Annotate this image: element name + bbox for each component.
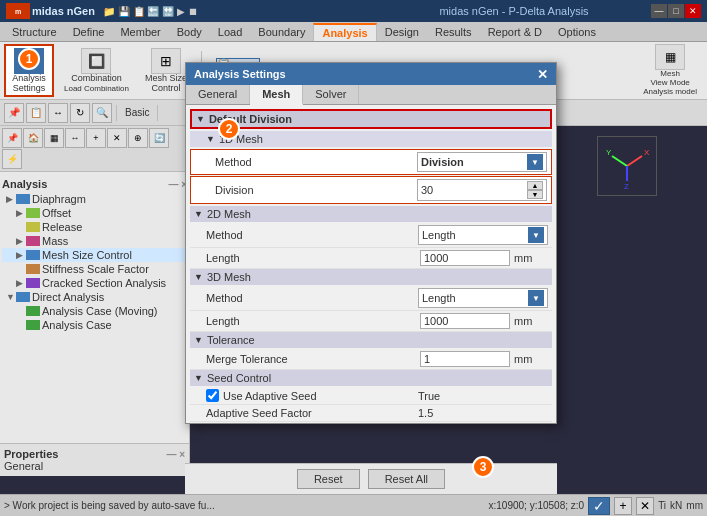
2d-length-input[interactable]: 1000	[420, 250, 510, 266]
2d-method-dropdown[interactable]: Length ▼	[418, 225, 548, 245]
division-value: 30	[421, 184, 433, 196]
merge-tolerance-label: Merge Tolerance	[206, 353, 420, 365]
svg-line-0	[627, 156, 642, 166]
tree-item-mass[interactable]: ▶ Mass	[2, 234, 187, 248]
close-button[interactable]: ✕	[685, 4, 701, 18]
modal-tab-mesh[interactable]: Mesh	[250, 85, 303, 105]
tree-item-offset[interactable]: ▶ Offset	[2, 206, 187, 220]
3d-length-value: 1000	[424, 315, 448, 327]
division-label: Division	[215, 184, 417, 196]
left-toolbar-btn1[interactable]: 📌	[2, 128, 22, 148]
merge-tolerance-input[interactable]: 1	[420, 351, 510, 367]
modal-close-button[interactable]: ✕	[537, 67, 548, 82]
mesh-view-label: MeshView ModeAnalysis model	[643, 70, 697, 96]
mesh-size-label: Mesh SizeControl	[145, 74, 187, 94]
left-toolbar-btn4[interactable]: ↔	[65, 128, 85, 148]
check-button[interactable]: ✓	[588, 497, 610, 515]
status-text: > Work project is being saved by auto-sa…	[4, 500, 485, 511]
3d-length-label: Length	[206, 315, 420, 327]
section-expand-icon: ▼	[196, 114, 205, 124]
toolbar-rotate-button[interactable]: ↻	[70, 103, 90, 123]
section-3d-mesh[interactable]: ▼ 3D Mesh	[190, 269, 552, 285]
tab-member[interactable]: Member	[112, 23, 168, 41]
combination-button[interactable]: 🔲 CombinationLoad Combination	[58, 46, 135, 96]
maximize-button[interactable]: □	[668, 4, 684, 18]
tab-boundary[interactable]: Boundary	[250, 23, 313, 41]
method-1d-dropdown-button[interactable]: ▼	[527, 154, 543, 170]
section-tolerance[interactable]: ▼ Tolerance	[190, 332, 552, 348]
3d-method-dropdown-button[interactable]: ▼	[528, 290, 544, 306]
section-seed-control[interactable]: ▼ Seed Control	[190, 370, 552, 386]
tab-body[interactable]: Body	[169, 23, 210, 41]
section-default-division[interactable]: ▼ Default Division	[190, 109, 552, 129]
3d-length-input[interactable]: 1000	[420, 313, 510, 329]
left-toolbar-btn8[interactable]: 🔄	[149, 128, 169, 148]
coords-display: x:10900; y:10508; z:0	[489, 500, 585, 511]
left-toolbar-btn5[interactable]: +	[86, 128, 106, 148]
properties-general: General	[4, 460, 185, 472]
toolbar-zoom-button[interactable]: 🔍	[92, 103, 112, 123]
3d-method-dropdown[interactable]: Length ▼	[418, 288, 548, 308]
use-adaptive-seed-checkbox[interactable]	[206, 389, 219, 402]
mesh-view-button[interactable]: ▦ MeshView ModeAnalysis model	[637, 42, 703, 98]
2d-length-value: 1000	[424, 252, 448, 264]
combination-label: CombinationLoad Combination	[64, 74, 129, 94]
tab-options[interactable]: Options	[550, 23, 604, 41]
app-name: midas nGen	[32, 5, 95, 17]
toolbar-move-button[interactable]: ↔	[48, 103, 68, 123]
division-down-button[interactable]: ▼	[527, 190, 543, 199]
axis-indicator: X Y Z	[597, 136, 657, 196]
adaptive-seed-factor-value: 1.5	[418, 407, 548, 419]
left-toolbar-btn7[interactable]: ⊕	[128, 128, 148, 148]
division-spinner[interactable]: 30 ▲ ▼	[417, 179, 547, 201]
left-toolbar-btn3[interactable]: ▦	[44, 128, 64, 148]
toolbar-copy-button[interactable]: 📋	[26, 103, 46, 123]
tab-analysis[interactable]: Analysis	[313, 23, 376, 41]
tab-define[interactable]: Define	[65, 23, 113, 41]
tab-results[interactable]: Results	[427, 23, 480, 41]
tree-item-analysis-moving[interactable]: Analysis Case (Moving)	[2, 304, 187, 318]
left-toolbar-btn2[interactable]: 🏠	[23, 128, 43, 148]
reset-button[interactable]: Reset	[297, 469, 360, 489]
method-1d-dropdown[interactable]: Division ▼	[417, 152, 547, 172]
toolbar-pin-button[interactable]: 📌	[4, 103, 24, 123]
row-use-adaptive-seed: Use Adaptive Seed True	[190, 387, 552, 405]
annotation-1: 1	[18, 48, 40, 70]
tree-item-direct[interactable]: ▼ Direct Analysis	[2, 290, 187, 304]
tree-item-diaphragm[interactable]: ▶ Diaphragm	[2, 192, 187, 206]
tree-item-release[interactable]: Release	[2, 220, 187, 234]
tree-item-mesh-size[interactable]: ▶ Mesh Size Control	[2, 248, 187, 262]
adaptive-seed-factor-label: Adaptive Seed Factor	[206, 407, 418, 419]
merge-tolerance-value: 1	[424, 353, 430, 365]
left-toolbar-btn6[interactable]: ✕	[107, 128, 127, 148]
tree-item-stiffness[interactable]: Stiffness Scale Factor	[2, 262, 187, 276]
properties-pin[interactable]: — ×	[166, 449, 185, 460]
plus-button[interactable]: +	[614, 497, 632, 515]
row-merge-tolerance: Merge Tolerance 1 mm	[190, 349, 552, 370]
tab-structure[interactable]: Structure	[4, 23, 65, 41]
analysis-settings-label: AnalysisSettings	[12, 74, 46, 94]
row-3d-method: Method Length ▼	[190, 286, 552, 311]
method-1d-label: Method	[215, 156, 417, 168]
modal-tab-bar: General Mesh Solver	[186, 85, 556, 105]
reset-all-button[interactable]: Reset All	[368, 469, 445, 489]
tree-item-cracked[interactable]: ▶ Cracked Section Analysis	[2, 276, 187, 290]
division-up-button[interactable]: ▲	[527, 181, 543, 190]
3d-method-label: Method	[206, 292, 418, 304]
tree-item-analysis-case[interactable]: Analysis Case	[2, 318, 187, 332]
row-2d-method: Method Length ▼	[190, 223, 552, 248]
method-1d-value: Division	[421, 156, 464, 168]
2d-method-dropdown-button[interactable]: ▼	[528, 227, 544, 243]
tab-report[interactable]: Report & D	[480, 23, 550, 41]
use-adaptive-seed-value: True	[418, 390, 548, 402]
modal-tab-general[interactable]: General	[186, 85, 250, 104]
tab-design[interactable]: Design	[377, 23, 427, 41]
x-close-button[interactable]: ✕	[636, 497, 654, 515]
subsection-1d-mesh[interactable]: ▼ 1D Mesh	[190, 131, 552, 147]
tab-load[interactable]: Load	[210, 23, 250, 41]
section-3d-mesh-label: 3D Mesh	[207, 271, 251, 283]
modal-tab-solver[interactable]: Solver	[303, 85, 359, 104]
left-toolbar-btn9[interactable]: ⚡	[2, 149, 22, 169]
minimize-button[interactable]: —	[651, 4, 667, 18]
section-2d-mesh[interactable]: ▼ 2D Mesh	[190, 206, 552, 222]
